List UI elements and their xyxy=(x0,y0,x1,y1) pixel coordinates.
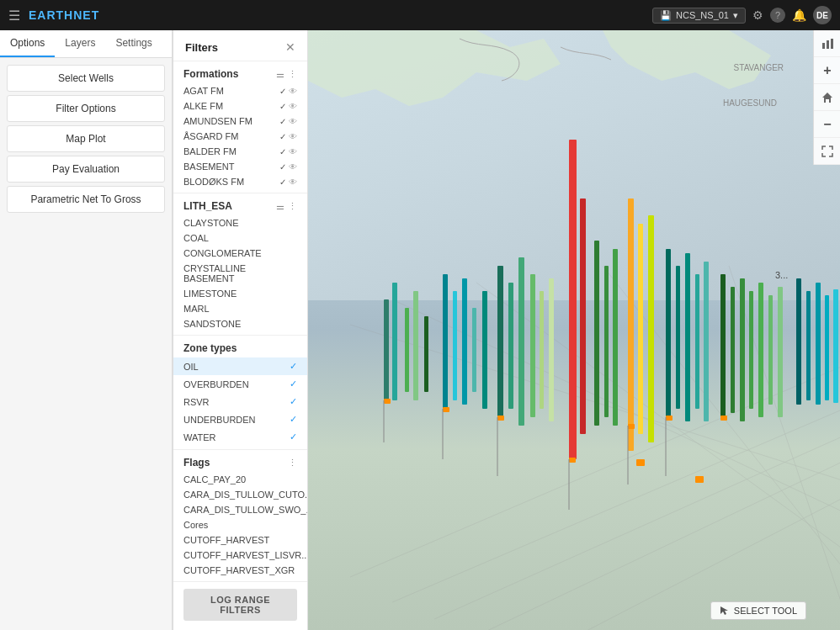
svg-rect-18 xyxy=(472,308,476,392)
zone-type-label: OVERBURDEN xyxy=(183,379,249,389)
filter-panel-title: Filters xyxy=(185,41,218,54)
menu-icon[interactable]: ☰ xyxy=(8,8,20,24)
svg-marker-75 xyxy=(822,93,832,103)
tab-options[interactable]: Options xyxy=(0,30,55,57)
list-item: BASEMENT✓👁 xyxy=(173,159,307,174)
tab-settings[interactable]: Settings xyxy=(105,30,162,57)
zoom-out-button[interactable]: − xyxy=(814,111,840,138)
svg-rect-48 xyxy=(816,283,821,405)
zone-types-header: Zone types xyxy=(173,336,307,357)
list-item: CUTOFF_HARVEST_LISVR... xyxy=(173,548,307,563)
project-selector[interactable]: 💾 NCS_NS_01 ▾ xyxy=(652,8,746,24)
sidebar-tabs: Options Layers Settings xyxy=(0,30,172,58)
flags-menu-icon[interactable]: ⋮ xyxy=(288,458,297,469)
zone-type-label: WATER xyxy=(183,432,216,442)
svg-marker-76 xyxy=(720,606,728,615)
eye-icon[interactable]: 👁 xyxy=(289,132,297,141)
svg-rect-28 xyxy=(594,241,599,426)
eye-icon[interactable]: 👁 xyxy=(289,117,297,126)
lith-esa-title: LITH_ESA xyxy=(183,200,232,212)
select-wells-button[interactable]: Select Wells xyxy=(7,65,165,92)
svg-rect-12 xyxy=(405,308,409,392)
svg-rect-10 xyxy=(384,299,389,400)
svg-rect-15 xyxy=(443,274,448,409)
log-range-filters-button[interactable]: LOG RANGE FILTERS xyxy=(183,589,297,621)
filter-panel-header: Filters ✕ xyxy=(173,30,307,61)
list-item: Cores xyxy=(173,517,307,532)
fullscreen-button[interactable] xyxy=(814,138,840,165)
list-item: CUTOFF_HARVEST_XGR xyxy=(173,563,307,578)
svg-rect-33 xyxy=(648,215,654,442)
svg-rect-14 xyxy=(424,316,428,392)
svg-rect-74 xyxy=(831,39,833,49)
sidebar: Options Layers Settings Select Wells Fil… xyxy=(0,30,173,630)
help-icon[interactable]: ? xyxy=(770,8,785,23)
svg-rect-29 xyxy=(604,266,609,417)
zone-type-item[interactable]: RSVR ✓ xyxy=(173,393,307,410)
map-plot-button[interactable]: Map Plot xyxy=(7,125,165,152)
svg-rect-20 xyxy=(497,266,503,417)
check-icon: ✓ xyxy=(290,414,297,425)
eye-icon[interactable]: 👁 xyxy=(289,87,297,96)
zone-type-item[interactable]: OVERBURDEN ✓ xyxy=(173,375,307,393)
formations-menu-icon[interactable]: ⋮ xyxy=(288,69,297,80)
zone-type-item[interactable]: OIL ✓ xyxy=(173,357,307,375)
parametric-net-to-gross-button[interactable]: Parametric Net To Gross xyxy=(7,186,165,213)
svg-rect-13 xyxy=(413,291,418,400)
viewport[interactable]: STAVANGER HAUGESUND xyxy=(308,30,840,630)
svg-rect-72 xyxy=(822,43,825,49)
zone-types-section: Zone types OIL ✓ OVERBURDEN ✓ RSVR ✓ UND… xyxy=(173,336,307,450)
svg-rect-56 xyxy=(443,407,449,412)
select-tool-button[interactable]: SELECT TOOL xyxy=(710,601,806,620)
eye-icon[interactable]: 👁 xyxy=(289,102,297,111)
project-name: NCS_NS_01 xyxy=(676,10,729,20)
list-item: CONGLOMERATE xyxy=(173,246,307,261)
logo-earth: EARTH xyxy=(29,8,73,22)
topbar: ☰ EARTHNET 💾 NCS_NS_01 ▾ ⚙ ? 🔔 DE xyxy=(0,0,840,30)
svg-rect-24 xyxy=(540,291,544,409)
svg-rect-39 xyxy=(720,274,726,417)
list-item: SANDSTONE xyxy=(173,316,307,331)
svg-rect-46 xyxy=(796,278,801,405)
save-icon: 💾 xyxy=(660,10,672,21)
zoom-in-button[interactable]: + xyxy=(814,57,840,84)
formations-filter-icon[interactable]: ⚌ xyxy=(276,69,284,80)
user-avatar[interactable]: DE xyxy=(813,6,832,24)
svg-rect-61 xyxy=(720,416,727,421)
home-view-button[interactable] xyxy=(814,84,840,111)
tab-layers[interactable]: Layers xyxy=(55,30,105,57)
lith-menu-icon[interactable]: ⋮ xyxy=(288,201,297,212)
svg-rect-31 xyxy=(628,199,634,451)
flags-controls: ⋮ xyxy=(288,458,297,469)
zone-type-item[interactable]: UNDERBURDEN ✓ xyxy=(173,410,307,428)
lith-esa-section: LITH_ESA ⚌ ⋮ CLAYSTONE COAL CONGLOMERATE… xyxy=(173,193,307,336)
eye-icon[interactable]: 👁 xyxy=(289,147,297,156)
svg-rect-19 xyxy=(482,291,487,409)
notifications-icon[interactable]: 🔔 xyxy=(792,8,806,22)
list-item: AMUNDSEN FM✓👁 xyxy=(173,114,307,129)
close-filter-panel-button[interactable]: ✕ xyxy=(285,40,295,54)
formations-section: Formations ⚌ ⋮ AGAT FM✓👁 ALKE FM✓👁 AMUND… xyxy=(173,61,307,193)
pay-evaluation-button[interactable]: Pay Evaluation xyxy=(7,156,165,183)
sidebar-menu: Select Wells Filter Options Map Plot Pay… xyxy=(0,58,172,220)
check-icon: ✓ xyxy=(279,102,286,111)
filter-panel: Filters ✕ Formations ⚌ ⋮ AGAT FM✓👁 ALKE … xyxy=(173,30,308,630)
list-item: CUTOFF_HARVEST xyxy=(173,532,307,548)
svg-line-3 xyxy=(476,384,840,630)
list-item: COAL xyxy=(173,230,307,246)
settings-icon[interactable]: ⚙ xyxy=(752,8,763,22)
filter-options-button[interactable]: Filter Options xyxy=(7,95,165,122)
chart-view-button[interactable] xyxy=(814,30,840,57)
zone-type-item[interactable]: WATER ✓ xyxy=(173,428,307,446)
svg-rect-58 xyxy=(569,458,576,463)
svg-rect-36 xyxy=(685,253,690,421)
eye-icon[interactable]: 👁 xyxy=(289,177,297,187)
svg-line-4 xyxy=(561,409,840,630)
main-layout: Options Layers Settings Select Wells Fil… xyxy=(0,30,840,630)
svg-rect-32 xyxy=(638,224,643,434)
list-item: CARA_DIS_TULLOW_SWO_... xyxy=(173,502,307,517)
wells-visualization: RS1001 3... ...01 xyxy=(308,30,840,630)
check-icon: ✓ xyxy=(279,147,286,156)
lith-filter-icon[interactable]: ⚌ xyxy=(276,201,284,212)
eye-icon[interactable]: 👁 xyxy=(289,162,297,172)
